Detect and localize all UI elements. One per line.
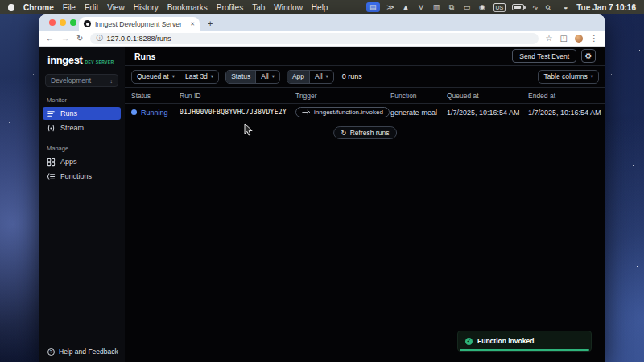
minimize-window-button[interactable] xyxy=(60,19,66,26)
time-field-dropdown[interactable]: Queued at ▾ xyxy=(132,71,180,83)
menu-help[interactable]: Help xyxy=(312,3,328,12)
mouse-cursor xyxy=(244,123,254,137)
apple-menu-icon[interactable] xyxy=(8,4,14,11)
trigger-badge: inngest/function.invoked xyxy=(295,107,390,117)
sidebar-item-label: Functions xyxy=(60,172,92,180)
tab-close-icon[interactable]: ✕ xyxy=(190,21,195,27)
success-check-icon: ✓ xyxy=(465,338,473,345)
refresh-icon: ↻ xyxy=(341,129,347,137)
refresh-runs-button[interactable]: ↻ Refresh runs xyxy=(333,126,398,139)
function-name: generate-meal xyxy=(390,109,447,117)
help-and-feedback[interactable]: ? Help and Feedback xyxy=(47,348,118,356)
forward-icon[interactable]: → xyxy=(61,34,69,43)
toast-message: Function invoked xyxy=(477,337,534,345)
app-filter-dropdown[interactable]: All ▾ xyxy=(309,71,333,83)
column-header-queued-at: Queued at xyxy=(447,92,528,100)
ended-at-value: 1/7/2025, 10:16:54 AM xyxy=(528,109,605,117)
zoom-window-button[interactable] xyxy=(70,19,76,26)
address-bar[interactable]: ⓘ 127.0.0.1:8288/runs xyxy=(90,33,538,44)
menu-profiles[interactable]: Profiles xyxy=(217,3,243,12)
sidebar-item-stream[interactable]: Stream xyxy=(43,121,121,134)
chevron-down-icon: ▾ xyxy=(172,73,175,80)
column-header-trigger: Trigger xyxy=(295,92,390,100)
menubar-clock[interactable]: Tue Jan 7 10:16 xyxy=(576,3,636,12)
reload-icon[interactable]: ↻ xyxy=(76,34,83,43)
help-icon: ? xyxy=(47,348,55,356)
browser-tab[interactable]: Inngest Development Server ✕ xyxy=(79,17,200,31)
chevron-down-icon: ▾ xyxy=(326,73,328,80)
bookmark-star-icon[interactable]: ☆ xyxy=(546,34,553,43)
triangle-status-icon[interactable]: ▲ xyxy=(402,2,411,12)
window-layout-status-icon[interactable]: ▥ xyxy=(432,2,441,12)
column-header-run-id: Run ID xyxy=(180,92,295,100)
menu-history[interactable]: History xyxy=(134,3,159,12)
send-test-event-button[interactable]: Send Test Event xyxy=(512,49,576,63)
shortcuts-status-icon[interactable]: ≫ xyxy=(386,2,395,12)
display-status-icon[interactable]: ▭ xyxy=(463,2,472,12)
inngest-app: inngest DEV SERVER Development ↕ Monitor… xyxy=(39,47,605,362)
settings-gear-button[interactable]: ⚙ xyxy=(581,49,596,63)
stream-icon xyxy=(47,124,56,133)
event-trigger-icon xyxy=(302,109,311,115)
sidebar-item-functions[interactable]: Functions xyxy=(43,170,121,183)
run-status: Running xyxy=(131,109,180,117)
menu-view[interactable]: View xyxy=(107,3,125,12)
menu-file[interactable]: File xyxy=(63,3,76,12)
queued-at-value: 1/7/2025, 10:16:54 AM xyxy=(447,109,528,117)
site-info-icon[interactable]: ⓘ xyxy=(96,34,102,43)
profile-avatar[interactable] xyxy=(575,35,583,43)
run-id: 01JH00V0FBQ8YVHC7J38VDYE2Y xyxy=(180,109,295,116)
table-columns-group: Table columns ▾ xyxy=(538,70,599,84)
control-center-icon[interactable]: ◒ xyxy=(561,2,570,12)
app-filter-label: App xyxy=(287,71,309,83)
menu-bookmarks[interactable]: Bookmarks xyxy=(167,3,208,12)
network-status-icon[interactable]: ∿ xyxy=(530,2,539,12)
environment-select[interactable]: Development ↕ xyxy=(45,74,118,87)
time-range-dropdown[interactable]: Last 3d ▾ xyxy=(180,71,218,83)
functions-icon xyxy=(47,172,56,181)
close-window-button[interactable] xyxy=(49,19,56,26)
back-icon[interactable]: ← xyxy=(46,34,54,43)
runs-count: 0 runs xyxy=(342,72,362,80)
new-tab-button[interactable]: + xyxy=(208,17,213,31)
record-status-icon[interactable]: ◉ xyxy=(478,2,487,12)
spotlight-search-icon[interactable]: ⚲ xyxy=(544,1,557,14)
sidebar-item-apps[interactable]: Apps xyxy=(43,155,121,168)
browser-window: Inngest Development Server ✕ + ← → ↻ ⓘ 1… xyxy=(39,14,605,362)
table-columns-dropdown[interactable]: Table columns ▾ xyxy=(539,71,598,83)
tab-favicon xyxy=(84,20,91,27)
desktop: Chrome File Edit View History Bookmarks … xyxy=(0,0,644,362)
status-filter-dropdown[interactable]: All ▾ xyxy=(255,71,279,83)
running-status-dot xyxy=(131,109,137,115)
inngest-logo: inngest xyxy=(47,54,82,66)
manage-section-label: Manage xyxy=(47,145,125,152)
menu-edit[interactable]: Edit xyxy=(85,3,98,12)
sidebar: inngest DEV SERVER Development ↕ Monitor… xyxy=(39,47,125,362)
page-header: Runs Send Test Event ⚙ xyxy=(125,47,605,66)
monitor-section-label: Monitor xyxy=(47,97,125,104)
filter-bar: Queued at ▾ Last 3d ▾ Status All ▾ xyxy=(125,66,605,87)
sidebar-item-label: Runs xyxy=(60,109,77,117)
clipboard-status-icon[interactable]: ⧉ xyxy=(448,2,456,12)
time-field-value: Queued at xyxy=(137,72,169,80)
extensions-icon[interactable]: ◳ xyxy=(560,34,568,43)
time-range-value: Last 3d xyxy=(185,72,208,80)
menubar-status-area: ▤ ≫ ▲ V ▥ ⧉ ▭ ◉ US ∿ ⚲ ◒ Tue Jan 7 10:16 xyxy=(366,2,636,12)
keyboard-layout-badge[interactable]: US xyxy=(493,3,506,12)
tab-strip: Inngest Development Server ✕ + xyxy=(39,14,605,31)
menu-tab[interactable]: Tab xyxy=(252,3,265,12)
browser-menu-icon[interactable]: ⋮ xyxy=(590,34,598,43)
app-filter-value: All xyxy=(315,72,322,80)
status-filter-label: Status xyxy=(226,71,255,83)
battery-icon[interactable] xyxy=(512,4,524,10)
environment-value: Development xyxy=(51,76,91,84)
table-row[interactable]: Running 01JH00V0FBQ8YVHC7J38VDYE2Y innge… xyxy=(125,104,605,121)
status-filter-group: Status All ▾ xyxy=(225,70,280,84)
active-app-status-icon[interactable]: ▤ xyxy=(366,2,380,12)
apps-icon xyxy=(47,158,56,167)
page-title: Runs xyxy=(134,51,155,61)
menubar-app-name[interactable]: Chrome xyxy=(23,3,54,12)
sidebar-item-runs[interactable]: Runs xyxy=(43,107,121,120)
v-status-icon[interactable]: V xyxy=(417,2,426,12)
menu-window[interactable]: Window xyxy=(274,3,303,12)
